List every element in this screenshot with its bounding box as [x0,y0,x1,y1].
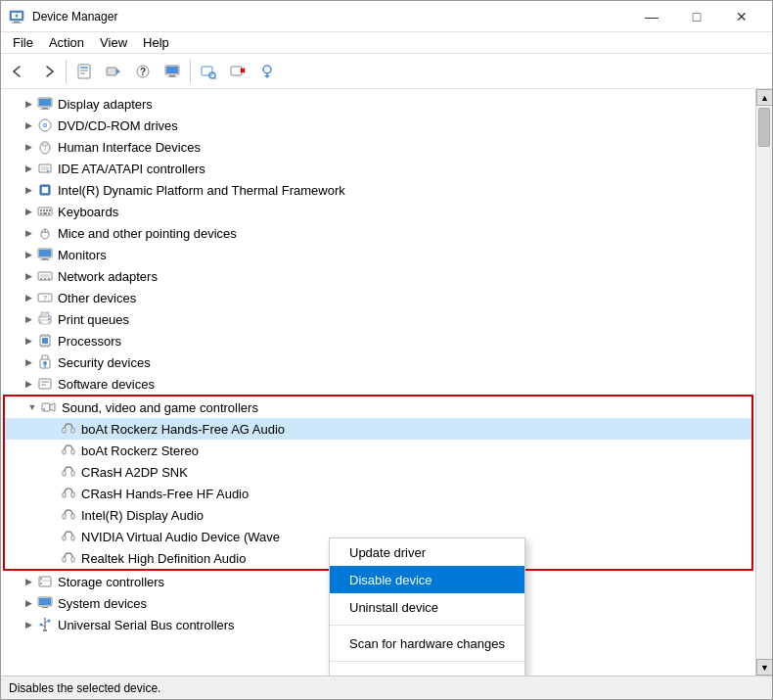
tree-item-crash-a2dp[interactable]: CRasH A2DP SNK [5,461,751,483]
properties-button[interactable] [70,58,98,85]
maximize-button[interactable]: □ [674,1,719,32]
monitor-button[interactable] [159,58,186,85]
expander-display-adapters[interactable]: ▶ [21,96,36,112]
expander-system[interactable]: ▶ [21,595,36,611]
svg-rect-34 [42,142,48,146]
tree-item-boat-rockerz-handsfree[interactable]: boAt Rockerz Hands-Free AG Audio [5,418,751,440]
expander-monitors[interactable]: ▶ [21,247,36,262]
svg-rect-64 [41,312,49,317]
realtek-hd-label: Realtek High Definition Audio [81,551,246,566]
svg-marker-25 [264,75,270,78]
svg-point-84 [43,408,45,410]
menu-file[interactable]: File [5,33,41,52]
scroll-thumb[interactable] [758,108,770,147]
mice-label: Mice and other pointing devices [58,226,237,241]
scroll-up-arrow[interactable]: ▲ [756,89,772,106]
nvidia-virtual-audio-label: NVIDIA Virtual Audio Device (Wave [81,530,280,544]
storage-controllers-icon [36,573,54,590]
tree-item-boat-rockerz-stereo[interactable]: boAt Rockerz Stereo [5,440,751,461]
dvd-icon [36,117,54,134]
scan-button[interactable] [195,58,222,85]
sound-video-label: Sound, video and game controllers [62,400,258,415]
expander-network[interactable]: ▶ [21,268,36,284]
tree-item-network-adapters[interactable]: ▶ Network adapters [1,265,755,287]
expander-other[interactable]: ▶ [21,290,36,305]
mice-icon [36,224,54,242]
expander-processors[interactable]: ▶ [21,333,36,349]
svg-rect-93 [63,514,66,519]
window-title: Device Manager [32,10,629,23]
remove-button[interactable] [224,58,251,85]
context-menu-properties[interactable]: Properties [330,666,524,676]
boat-rockerz-stereo-label: boAt Rockerz Stereo [81,443,199,458]
help-button[interactable]: ? [129,58,157,85]
expander-security[interactable]: ▶ [21,354,36,370]
back-button[interactable] [5,58,32,85]
svg-rect-111 [43,630,47,631]
svg-rect-104 [39,598,51,605]
svg-rect-90 [71,471,74,476]
software-devices-icon [36,375,54,393]
context-menu-scan-changes[interactable]: Scan for hardware changes [330,630,524,657]
svg-rect-98 [71,557,74,562]
tree-item-intel[interactable]: ▶ Intel(R) Dynamic Platform and Thermal … [1,179,755,201]
tree-item-sound-video[interactable]: ▼ Sound, video and game controllers [5,397,751,418]
expander-print[interactable]: ▶ [21,311,36,327]
minimize-button[interactable]: — [629,1,674,32]
crash-handsfree-icon [60,485,77,502]
expander-sound-video[interactable]: ▼ [24,399,40,415]
svg-rect-16 [167,76,177,77]
expander-ide[interactable]: ▶ [21,161,36,176]
context-menu-uninstall-device[interactable]: Uninstall device [330,593,524,621]
context-menu-disable-device[interactable]: Disable device [330,566,524,593]
tree-item-ide[interactable]: ▶ IDE ATA/ATAPI controllers [1,158,755,179]
update-driver-button[interactable] [100,58,127,85]
svg-rect-40 [42,187,48,193]
expander-keyboards[interactable]: ▶ [21,204,36,219]
tree-item-other-devices[interactable]: ▶ ? Other devices [1,287,755,308]
expander-mice[interactable]: ▶ [21,225,36,241]
svg-rect-46 [43,212,47,214]
dvd-label: DVD/CD-ROM drives [58,118,178,133]
tree-item-keyboards[interactable]: ▶ Keyboards [1,201,755,222]
tree-item-intel-display-audio[interactable]: Intel(R) Display Audio [5,504,751,526]
ide-icon [36,160,54,177]
menu-view[interactable]: View [92,33,135,52]
close-button[interactable]: ✕ [719,1,764,32]
svg-point-4 [16,14,19,17]
tree-item-monitors[interactable]: ▶ Monitors [1,244,755,265]
tree-item-display-adapters[interactable]: ▶ Display adapters [1,93,755,115]
tree-item-crash-handsfree[interactable]: CRasH Hands-Free HF Audio [5,483,751,504]
tree-item-security-devices[interactable]: ▶ Security devices [1,351,755,373]
svg-rect-79 [39,379,51,389]
menu-help[interactable]: Help [135,33,177,52]
tree-item-print-queues[interactable]: ▶ Print queues [1,308,755,330]
scrollbar[interactable]: ▲ ▼ [755,89,772,676]
display-adapters-label: Display adapters [58,97,153,112]
expander-software[interactable]: ▶ [21,376,36,392]
keyboards-icon [36,203,54,220]
tree-item-mice[interactable]: ▶ Mice and other pointing devices [1,222,755,244]
svg-point-38 [47,170,49,172]
expander-hid[interactable]: ▶ [21,139,36,155]
expander-usb[interactable]: ▶ [21,617,36,632]
tree-item-processors[interactable]: ▶ Processors [1,330,755,351]
download-button[interactable] [253,58,281,85]
tree-item-dvd[interactable]: ▶ DVD/CD-ROM drives [1,115,755,136]
expander-dvd[interactable]: ▶ [21,117,36,133]
scroll-down-arrow[interactable]: ▼ [756,659,772,676]
title-bar: Device Manager — □ ✕ [1,1,772,32]
svg-rect-88 [71,449,74,454]
expander-intel[interactable]: ▶ [21,182,36,198]
other-devices-label: Other devices [58,291,136,305]
hid-label: Human Interface Devices [58,140,201,155]
processors-icon [36,332,54,350]
tree-item-hid[interactable]: ▶ Human Interface Devices [1,136,755,158]
forward-button[interactable] [34,58,62,85]
context-menu-update-driver[interactable]: Update driver [330,538,524,566]
menu-action[interactable]: Action [41,33,92,52]
tree-item-software-devices[interactable]: ▶ Software devices [1,373,755,395]
expander-storage[interactable]: ▶ [21,574,36,589]
svg-rect-48 [49,210,51,211]
security-icon [36,353,54,371]
